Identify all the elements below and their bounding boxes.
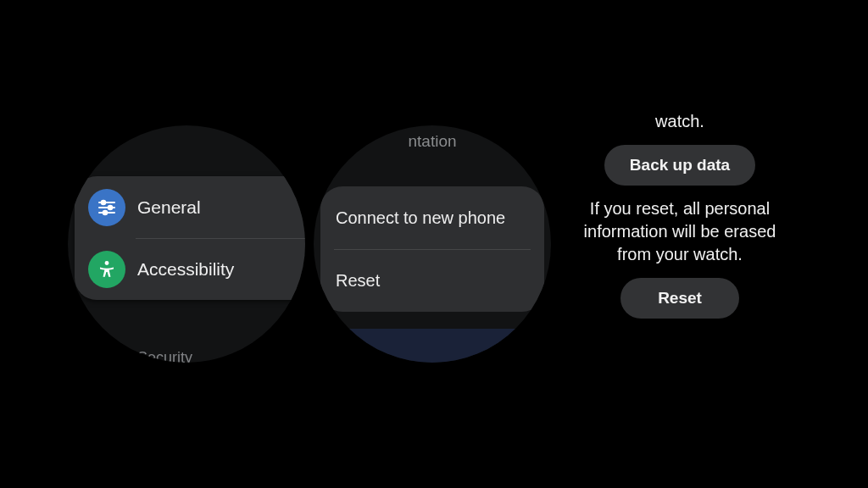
sliders-icon <box>88 189 125 226</box>
settings-list[interactable]: Apps General <box>68 125 305 363</box>
accessibility-icon <box>88 251 125 288</box>
reset-upper-text-fragment: watch. <box>655 110 704 133</box>
screenshot-stage: Apps General <box>0 0 868 488</box>
list-item-security[interactable]: Security <box>68 339 305 363</box>
list-item-orientation-fragment[interactable]: ntation <box>314 132 551 151</box>
shield-icon <box>88 339 125 363</box>
button-label: Back up data <box>630 156 730 174</box>
list-item-label: Security <box>137 349 192 363</box>
svg-point-14 <box>103 210 108 214</box>
svg-point-15 <box>105 261 109 265</box>
button-label: Reset <box>658 289 702 307</box>
reset-warning-text: If you reset, all personal information w… <box>570 197 790 266</box>
list-item-apps[interactable]: Apps <box>68 125 305 134</box>
list-item-reset[interactable]: Reset <box>320 249 544 312</box>
apps-icon <box>88 125 125 134</box>
backup-data-button[interactable]: Back up data <box>604 145 755 186</box>
svg-point-12 <box>102 200 106 204</box>
list-item-label: Connect to new phone <box>336 208 505 228</box>
list-item-general[interactable]: General <box>75 176 305 238</box>
list-item-accessibility[interactable]: Accessibility <box>75 238 305 300</box>
list-item-label: Accessibility <box>137 259 234 280</box>
list-item-label: Reset <box>336 271 380 291</box>
watch-face-general-menu: ntation Connect to new phone Reset <box>314 125 551 363</box>
settings-focus-card: General Accessibility <box>75 176 305 300</box>
reset-button[interactable]: Reset <box>620 278 739 319</box>
svg-point-13 <box>108 205 113 209</box>
list-item-next-fragment[interactable] <box>329 329 536 363</box>
watch-face-settings: Apps General <box>68 125 305 363</box>
list-item-label: General <box>137 197 201 218</box>
list-item-connect-new-phone[interactable]: Connect to new phone <box>320 186 544 249</box>
general-focus-card: Connect to new phone Reset <box>320 186 544 312</box>
watch-face-reset-confirm: watch. Back up data If you reset, all pe… <box>566 110 793 319</box>
